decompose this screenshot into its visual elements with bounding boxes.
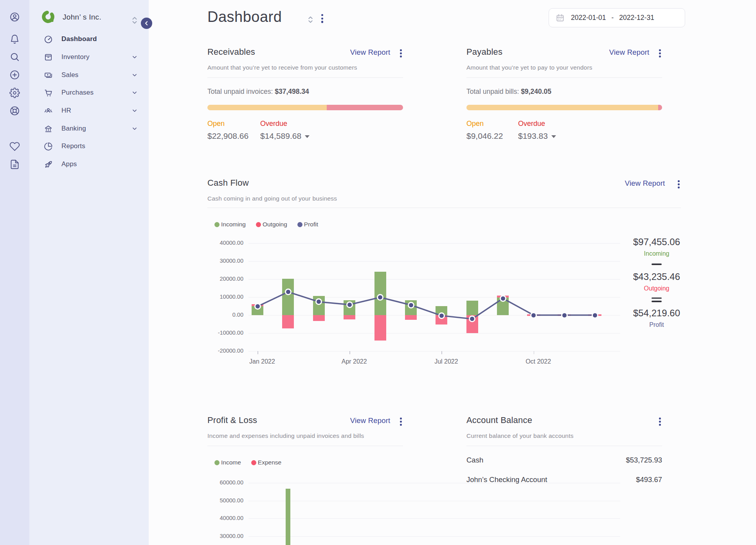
gauge-icon [44, 35, 53, 44]
cash-flow-view-report-link[interactable]: View Report [625, 179, 665, 188]
sidebar-item-label: Dashboard [61, 35, 97, 43]
expense-legend-dot [251, 460, 256, 465]
profit-point [500, 295, 506, 302]
profit-total-label: Profit [617, 321, 696, 328]
profit-line [248, 237, 620, 371]
payables-card: Payables View Report Amount that you’re … [466, 47, 662, 149]
sidebar-item-reports[interactable]: Reports [29, 138, 149, 155]
date-range-picker[interactable]: 2022-01-01 - 2022-12-31 [549, 8, 685, 27]
sidebar-item-label: Purchases [61, 89, 94, 97]
account-balance-kebab[interactable] [658, 416, 662, 427]
gridline [248, 536, 620, 537]
rocket-icon [44, 160, 53, 169]
payables-open-segment [466, 105, 658, 110]
sidebar-item-label: Reports [61, 142, 85, 150]
profit-point [592, 312, 598, 319]
profit-point [346, 301, 353, 308]
profit-loss-title: Profit & Loss [207, 415, 257, 425]
payables-open-label: Open [466, 120, 484, 128]
gridline [248, 518, 620, 519]
company-logo-icon[interactable] [41, 10, 55, 23]
cash-flow-summary: $97,455.06 Incoming $43,235.46 Outgoing … [617, 237, 696, 328]
users-icon [44, 106, 53, 115]
profit-point [377, 294, 383, 301]
quick-add-plus-icon[interactable] [9, 70, 20, 80]
dashboard-switcher-icon[interactable] [308, 16, 313, 24]
profit-loss-card: Profit & Loss View Report Income and exp… [207, 415, 403, 545]
profit-point [561, 312, 568, 319]
y-axis-label: 30000.00 [207, 258, 243, 264]
sidebar-item-apps[interactable]: Apps [29, 156, 149, 173]
sidebar-collapse-button[interactable] [141, 18, 152, 29]
legend-item-income: Income [214, 459, 241, 466]
company-name: John’ s Inc. [63, 13, 101, 22]
profit-legend-dot [297, 222, 302, 227]
settings-gear-icon[interactable] [9, 88, 20, 98]
account-balance-card: Account Balance Current balance of your … [466, 415, 662, 501]
documents-file-icon[interactable] [9, 159, 20, 170]
incoming-legend-dot [214, 222, 220, 227]
sidebar: John’ s Inc. DashboardInventorySalesPurc… [29, 0, 149, 545]
pie-chart-icon [44, 142, 53, 151]
profit-loss-view-report-link[interactable]: View Report [350, 416, 391, 425]
date-range-start: 2022-01-01 [571, 14, 606, 22]
y-axis-label: 20000.00 [207, 276, 243, 282]
receivables-subtitle: Amount that you’re yet to receive from y… [207, 64, 357, 71]
y-axis-label: 40000.00 [207, 515, 243, 521]
sidebar-item-label: Apps [61, 160, 77, 168]
chevron-down-icon [131, 125, 138, 132]
cash-flow-card: Cash Flow View Report Cash coming in and… [207, 178, 681, 373]
receivables-overdue-value: $14,589.68 [260, 131, 310, 141]
payables-view-report-link[interactable]: View Report [609, 48, 650, 57]
overdue-dropdown-caret-icon[interactable] [551, 135, 556, 138]
divider [207, 77, 403, 78]
profit-point [530, 312, 537, 319]
chevron-down-icon [131, 89, 138, 96]
account-row-cash: Cash $53,725.93 [466, 456, 662, 464]
account-balance-title: Account Balance [466, 415, 532, 425]
cash-flow-chart: 40000.0030000.0020000.0010000.000.00-100… [207, 237, 622, 371]
cash-flow-legend: Incoming Outgoing Profit [214, 221, 318, 228]
account-balance-subtitle: Current balance of your bank accounts [466, 432, 574, 439]
sidebar-item-purchases[interactable]: Purchases [29, 84, 149, 101]
income-legend-dot [214, 460, 220, 465]
profit-loss-kebab[interactable] [399, 416, 403, 427]
cash-flow-title: Cash Flow [207, 178, 249, 188]
y-axis-label: 60000.00 [207, 479, 243, 486]
sidebar-item-label: HR [61, 107, 71, 115]
sidebar-item-hr[interactable]: HR [29, 102, 149, 119]
payables-subtitle: Amount that you’re yet to pay to your ve… [466, 64, 592, 71]
sidebar-item-dashboard[interactable]: Dashboard [29, 30, 149, 48]
payables-kebab[interactable] [658, 48, 662, 59]
favorites-heart-icon[interactable] [9, 141, 20, 152]
icon-rail [0, 0, 29, 545]
date-range-end: 2022-12-31 [619, 14, 654, 22]
user-profile-icon[interactable] [9, 12, 20, 22]
archive-box-icon [44, 53, 53, 62]
incoming-total-label: Incoming [617, 250, 696, 257]
outgoing-total-value: $43,235.46 [617, 271, 696, 282]
notifications-bell-icon[interactable] [9, 34, 20, 45]
sidebar-item-label: Banking [61, 125, 86, 133]
payables-title: Payables [466, 47, 502, 57]
sidebar-item-banking[interactable]: Banking [29, 120, 149, 137]
date-range-separator: - [612, 14, 614, 22]
payables-overdue-segment [658, 105, 662, 110]
cash-flow-kebab[interactable] [677, 179, 681, 190]
dashboard-menu-kebab[interactable] [320, 13, 324, 24]
receivables-kebab[interactable] [399, 48, 403, 59]
overdue-dropdown-caret-icon[interactable] [305, 135, 310, 138]
y-axis-label: 50000.00 [207, 497, 243, 504]
sidebar-item-label: Inventory [61, 53, 90, 61]
sidebar-item-sales[interactable]: Sales [29, 66, 149, 84]
y-axis-label: 30000.00 [207, 533, 243, 539]
receivables-view-report-link[interactable]: View Report [350, 48, 391, 57]
sidebar-item-inventory[interactable]: Inventory [29, 48, 149, 66]
search-icon[interactable] [9, 52, 20, 62]
y-axis-label: 40000.00 [207, 240, 243, 246]
profit-loss-subtitle: Income and expenses including unpaid inv… [207, 432, 364, 439]
company-switcher-icon[interactable] [131, 16, 138, 25]
account-row-checking: John’s Checking Account $493.67 [466, 475, 662, 484]
receivables-open-label: Open [207, 120, 225, 128]
help-lifebuoy-icon[interactable] [9, 106, 20, 116]
